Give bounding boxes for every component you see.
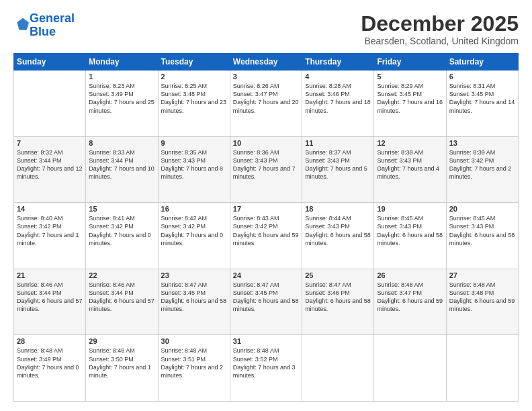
calendar-week-row: 1Sunrise: 8:23 AMSunset: 3:49 PMDaylight…	[14, 71, 519, 137]
logo-line2: Blue	[30, 25, 56, 38]
cell-info: Sunrise: 8:45 AMSunset: 3:43 PMDaylight:…	[449, 214, 515, 247]
day-number: 27	[449, 271, 515, 279]
cell-info: Sunrise: 8:48 AMSunset: 3:48 PMDaylight:…	[449, 281, 515, 314]
day-number: 26	[377, 271, 443, 279]
calendar-cell: 26Sunrise: 8:48 AMSunset: 3:47 PMDayligh…	[374, 269, 446, 335]
cell-info: Sunrise: 8:45 AMSunset: 3:43 PMDaylight:…	[377, 214, 443, 247]
month-title: December 2025	[361, 12, 519, 36]
calendar-cell: 20Sunrise: 8:45 AMSunset: 3:43 PMDayligh…	[446, 203, 518, 269]
day-header-tuesday: Tuesday	[158, 54, 230, 71]
calendar-cell: 13Sunrise: 8:39 AMSunset: 3:42 PMDayligh…	[446, 136, 518, 203]
calendar-cell: 12Sunrise: 8:38 AMSunset: 3:43 PMDayligh…	[374, 136, 446, 203]
day-number: 8	[89, 139, 154, 147]
cell-info: Sunrise: 8:47 AMSunset: 3:45 PMDaylight:…	[233, 281, 299, 314]
cell-info: Sunrise: 8:46 AMSunset: 3:44 PMDaylight:…	[17, 281, 83, 314]
day-number: 2	[161, 73, 227, 81]
day-number: 18	[305, 205, 371, 213]
calendar-cell: 9Sunrise: 8:35 AMSunset: 3:43 PMDaylight…	[158, 136, 230, 203]
day-number: 16	[161, 205, 227, 213]
calendar-cell	[302, 335, 374, 402]
cell-info: Sunrise: 8:33 AMSunset: 3:44 PMDaylight:…	[89, 148, 154, 181]
logo-text: General Blue	[30, 12, 75, 39]
day-header-friday: Friday	[374, 54, 446, 71]
day-number: 7	[17, 139, 83, 147]
cell-info: Sunrise: 8:41 AMSunset: 3:42 PMDaylight:…	[89, 214, 154, 247]
day-header-thursday: Thursday	[302, 54, 374, 71]
calendar-header-row: SundayMondayTuesdayWednesdayThursdayFrid…	[14, 54, 519, 71]
title-block: December 2025 Bearsden, Scotland, United…	[361, 12, 519, 46]
day-header-saturday: Saturday	[446, 54, 518, 71]
calendar-cell: 8Sunrise: 8:33 AMSunset: 3:44 PMDaylight…	[86, 136, 158, 203]
day-number: 20	[449, 205, 515, 213]
calendar-cell: 23Sunrise: 8:47 AMSunset: 3:45 PMDayligh…	[158, 269, 230, 335]
cell-info: Sunrise: 8:36 AMSunset: 3:43 PMDaylight:…	[233, 148, 299, 181]
calendar-week-row: 21Sunrise: 8:46 AMSunset: 3:44 PMDayligh…	[14, 269, 519, 335]
calendar-cell: 27Sunrise: 8:48 AMSunset: 3:48 PMDayligh…	[446, 269, 518, 335]
day-number: 5	[377, 73, 443, 81]
cell-info: Sunrise: 8:39 AMSunset: 3:42 PMDaylight:…	[449, 148, 515, 181]
day-number: 28	[17, 337, 83, 345]
header: General Blue December 2025 Bearsden, Sco…	[13, 12, 519, 46]
cell-info: Sunrise: 8:48 AMSunset: 3:52 PMDaylight:…	[233, 347, 299, 379]
cell-info: Sunrise: 8:44 AMSunset: 3:43 PMDaylight:…	[305, 214, 371, 247]
cell-info: Sunrise: 8:48 AMSunset: 3:50 PMDaylight:…	[89, 347, 154, 379]
cell-info: Sunrise: 8:48 AMSunset: 3:49 PMDaylight:…	[17, 347, 83, 379]
day-number: 3	[233, 73, 299, 81]
calendar-cell: 30Sunrise: 8:48 AMSunset: 3:51 PMDayligh…	[158, 335, 230, 402]
day-header-wednesday: Wednesday	[230, 54, 302, 71]
cell-info: Sunrise: 8:35 AMSunset: 3:43 PMDaylight:…	[161, 148, 227, 181]
calendar-cell: 22Sunrise: 8:46 AMSunset: 3:44 PMDayligh…	[86, 269, 158, 335]
day-number: 14	[17, 205, 83, 213]
page: General Blue December 2025 Bearsden, Sco…	[0, 0, 532, 411]
calendar-cell: 11Sunrise: 8:37 AMSunset: 3:43 PMDayligh…	[302, 136, 374, 203]
cell-info: Sunrise: 8:47 AMSunset: 3:45 PMDaylight:…	[161, 281, 227, 314]
logo: General Blue	[13, 12, 75, 39]
location: Bearsden, Scotland, United Kingdom	[361, 36, 519, 46]
calendar-cell: 3Sunrise: 8:26 AMSunset: 3:47 PMDaylight…	[230, 71, 302, 137]
cell-info: Sunrise: 8:28 AMSunset: 3:46 PMDaylight:…	[305, 82, 371, 115]
day-number: 31	[233, 337, 299, 345]
cell-info: Sunrise: 8:31 AMSunset: 3:45 PMDaylight:…	[449, 82, 515, 115]
calendar-cell	[446, 335, 518, 402]
cell-info: Sunrise: 8:46 AMSunset: 3:44 PMDaylight:…	[89, 281, 154, 314]
cell-info: Sunrise: 8:29 AMSunset: 3:45 PMDaylight:…	[377, 82, 443, 115]
day-header-sunday: Sunday	[14, 54, 86, 71]
day-number: 12	[377, 139, 443, 147]
calendar-cell: 7Sunrise: 8:32 AMSunset: 3:44 PMDaylight…	[14, 136, 86, 203]
cell-info: Sunrise: 8:48 AMSunset: 3:47 PMDaylight:…	[377, 281, 443, 314]
calendar-cell	[374, 335, 446, 402]
calendar-cell: 29Sunrise: 8:48 AMSunset: 3:50 PMDayligh…	[86, 335, 158, 402]
calendar-cell: 1Sunrise: 8:23 AMSunset: 3:49 PMDaylight…	[86, 71, 158, 137]
day-number: 24	[233, 271, 299, 279]
day-number: 4	[305, 73, 371, 81]
cell-info: Sunrise: 8:48 AMSunset: 3:51 PMDaylight:…	[161, 347, 227, 379]
calendar-cell: 15Sunrise: 8:41 AMSunset: 3:42 PMDayligh…	[86, 203, 158, 269]
calendar-week-row: 28Sunrise: 8:48 AMSunset: 3:49 PMDayligh…	[14, 335, 519, 402]
cell-info: Sunrise: 8:32 AMSunset: 3:44 PMDaylight:…	[17, 148, 83, 181]
cell-info: Sunrise: 8:38 AMSunset: 3:43 PMDaylight:…	[377, 148, 443, 181]
calendar-cell: 31Sunrise: 8:48 AMSunset: 3:52 PMDayligh…	[230, 335, 302, 402]
calendar-week-row: 14Sunrise: 8:40 AMSunset: 3:42 PMDayligh…	[14, 203, 519, 269]
calendar-cell: 5Sunrise: 8:29 AMSunset: 3:45 PMDaylight…	[374, 71, 446, 137]
day-number: 1	[89, 73, 154, 81]
cell-info: Sunrise: 8:40 AMSunset: 3:42 PMDaylight:…	[17, 214, 83, 247]
day-header-monday: Monday	[86, 54, 158, 71]
cell-info: Sunrise: 8:37 AMSunset: 3:43 PMDaylight:…	[305, 148, 371, 181]
calendar-table: SundayMondayTuesdayWednesdayThursdayFrid…	[13, 53, 519, 402]
calendar-cell: 10Sunrise: 8:36 AMSunset: 3:43 PMDayligh…	[230, 136, 302, 203]
calendar-cell: 24Sunrise: 8:47 AMSunset: 3:45 PMDayligh…	[230, 269, 302, 335]
day-number: 25	[305, 271, 371, 279]
logo-icon	[15, 17, 30, 32]
day-number: 30	[161, 337, 227, 345]
day-number: 19	[377, 205, 443, 213]
calendar-week-row: 7Sunrise: 8:32 AMSunset: 3:44 PMDaylight…	[14, 136, 519, 203]
day-number: 29	[89, 337, 154, 345]
logo-line1: General	[30, 11, 75, 25]
calendar-cell: 16Sunrise: 8:42 AMSunset: 3:42 PMDayligh…	[158, 203, 230, 269]
cell-info: Sunrise: 8:25 AMSunset: 3:48 PMDaylight:…	[161, 82, 227, 115]
day-number: 10	[233, 139, 299, 147]
calendar-cell: 18Sunrise: 8:44 AMSunset: 3:43 PMDayligh…	[302, 203, 374, 269]
calendar-cell: 4Sunrise: 8:28 AMSunset: 3:46 PMDaylight…	[302, 71, 374, 137]
day-number: 9	[161, 139, 227, 147]
calendar-cell: 19Sunrise: 8:45 AMSunset: 3:43 PMDayligh…	[374, 203, 446, 269]
